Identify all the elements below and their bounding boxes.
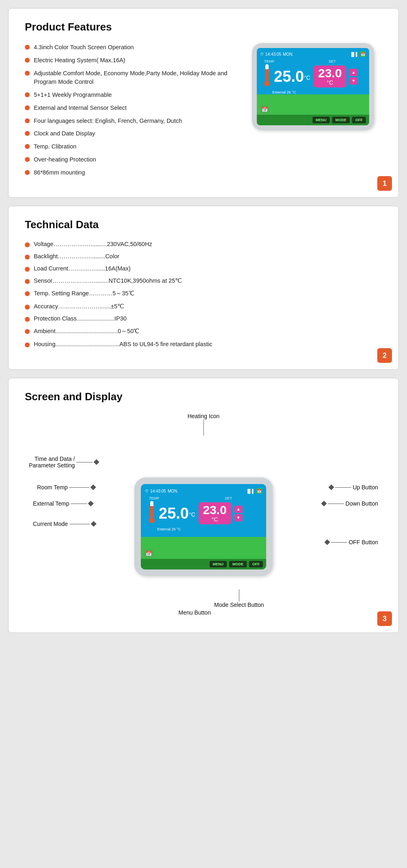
feature-item: Over-heating Protection [25,155,240,164]
tech-item: Sensor………………….........NTC10K,3950ohms at… [25,277,382,284]
mode-button[interactable]: MODE [332,117,350,123]
bullet-dot [25,267,30,272]
menu-btn-lg[interactable]: MENU [210,561,227,567]
mode-btn-lg[interactable]: MODE [229,561,247,567]
bullet-dot [25,45,30,50]
current-mode-annotation: Current Mode [33,521,96,527]
bottom-buttons: MENU MODE OFF [257,115,369,125]
feature-item: Clock and Date Display [25,129,240,138]
bullet-dot [25,317,30,322]
bullet-dot [25,105,30,110]
bullet-dot [25,92,30,97]
device-illustration-1: ⏱ 14:43:05 MON. ▐▌▌ 📅 TEMP SET [252,43,382,130]
bullet-dot [25,342,30,347]
tech-item: Temp. Setting Range…………5～35℃ [25,290,382,297]
heating-arrow-line [203,419,204,436]
calendar-bottom-lg: 📅 [144,549,153,558]
external-temp-display: External 26 °C [260,90,366,94]
feature-item: Four languages select: English, French, … [25,117,240,126]
calendar-icon: 📅 [360,51,366,57]
bullet-dot [25,58,30,63]
screen-time-lg: ⏱ 14:43:05 MON. [145,489,178,493]
external-temp-annotation: External Temp [33,500,93,507]
bullet-dot [25,305,30,310]
down-button-annotation: Down Button [322,500,378,507]
tech-item: Load Current………..…......16A(Max) [25,265,382,272]
bullet-dot [25,131,30,136]
room-temp-annotation: Room Temp [37,484,95,491]
wifi-icon-lg: ▐▌▌ [246,489,255,493]
current-temp-display: 25.0°C [274,69,311,84]
bullet-dot [25,291,30,296]
up-arrow[interactable]: ▲ [350,69,358,76]
current-temp-lg: 25.0°C [159,506,195,521]
menu-button-annotation: Menu Button [179,609,211,616]
bullet-dot [25,329,30,334]
bullet-dot [25,71,30,76]
bullet-dot [25,157,30,162]
bullet-dot [25,279,30,284]
down-arrow[interactable]: ▼ [350,77,358,85]
feature-item: Adjustable Comfort Mode, Economy Mode,Pa… [25,69,240,87]
card-technical-data: Technical Data Voltage…………….…..........2… [8,206,399,370]
tech-data-list: Voltage…………….…..........230VAC,50/60HzBa… [25,241,382,347]
feature-item: 86*86mm mounting [25,168,240,177]
page-number-2: 2 [377,348,392,363]
card-product-features: Product Features 4.3inch Color Touch Scr… [8,8,399,198]
tech-item: Protection Class.......................I… [25,315,382,322]
page-number-3: 3 [377,611,392,626]
time-diamond [94,459,99,465]
off-btn-lg[interactable]: OFF [249,561,263,567]
device-illustration-3: ⏱ 14:43:05 MON. ▐▌▌ 📅 TEMP SET [134,478,273,576]
card3-title: Screen and Display [25,390,382,403]
tech-item: Ambient.................................… [25,327,382,335]
bullet-dot [25,170,30,175]
heating-icon-annotation: Heating Icon [188,413,220,436]
feature-item: Electric Heating System( Max.16A) [25,56,240,65]
menu-button[interactable]: MENU [313,117,330,123]
calendar-icon-lg: 📅 [256,488,262,494]
bullet-dot [25,242,30,247]
thermometer-icon-lg [148,501,155,526]
feature-item: Temp. Clibration [25,142,240,151]
card1-title: Product Features [25,21,382,33]
external-temp-lg: External 26 °C [145,527,262,531]
tech-item: Voltage…………….…..........230VAC,50/60Hz [25,241,382,247]
feature-item: External and Internal Sensor Select [25,104,240,113]
set-temp-lg: 23.0°C [199,502,231,524]
tech-item: Backlight………….…..........Color [25,253,382,260]
bullet-dot [25,144,30,149]
time-data-annotation: Time and Data / Parameter Setting [29,456,98,469]
card-screen-display: Screen and Display Heating Icon ⏱ 14:43:… [8,378,399,633]
screen-time: ⏱ 14:43:05 MON. [260,52,293,57]
screen-display-diagram: Heating Icon ⏱ 14:43:05 MON. ▐▌▌ [25,413,382,616]
time-line [77,462,93,462]
up-arrow-lg[interactable]: ▲ [234,506,243,513]
bullet-dot [25,118,30,123]
page-number-1: 1 [377,176,392,191]
off-button[interactable]: OFF [352,117,366,123]
up-button-annotation: Up Button [329,484,378,491]
off-button-annotation: OFF Button [325,539,378,545]
up-down-buttons: ▲ ▼ [350,69,358,85]
tech-item: Housing.................................… [25,341,382,347]
card2-title: Technical Data [25,218,382,231]
down-arrow-lg[interactable]: ▼ [234,514,243,521]
bottom-buttons-lg: MENU MODE OFF [141,559,266,569]
features-list: 4.3inch Color Touch Screen OperationElec… [25,43,240,181]
mode-select-annotation: Mode Select Button [214,589,264,608]
tech-item: Accuracy………………….......±5℃ [25,303,382,310]
feature-item: 5+1+1 Weekly Programmable [25,91,240,100]
wifi-icon: ▐▌▌ [350,52,359,57]
set-temp-display: 23.0°C [314,65,346,87]
thermometer-icon [263,64,271,89]
feature-item: 4.3inch Color Touch Screen Operation [25,43,240,52]
calendar-bottom: 📅 [260,105,269,114]
bullet-dot [25,255,30,260]
up-down-btns-lg: ▲ ▼ [234,506,243,521]
